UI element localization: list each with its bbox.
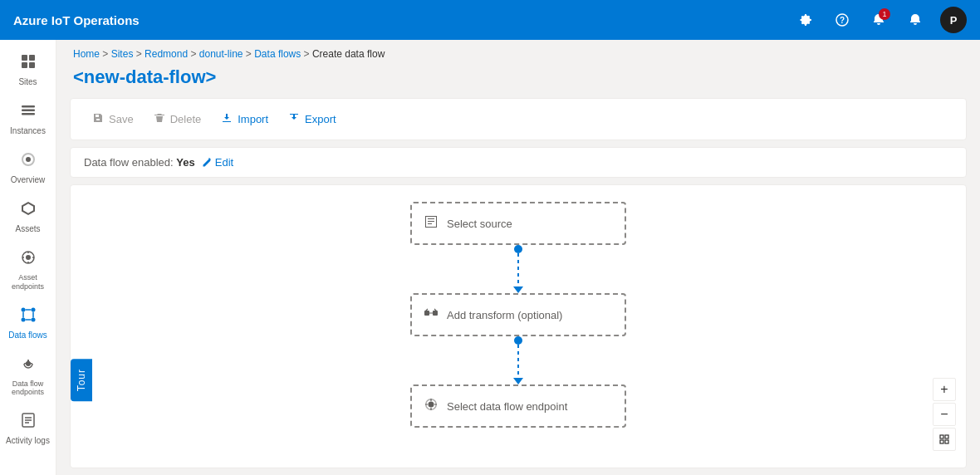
activity-logs-icon — [20, 412, 37, 433]
import-label: Import — [238, 113, 268, 125]
export-button[interactable]: Export — [280, 107, 345, 131]
sidebar-item-label: Instances — [10, 126, 46, 136]
zoom-out-button[interactable]: − — [933, 403, 956, 426]
svg-rect-7 — [22, 110, 35, 112]
settings-button[interactable] — [791, 5, 821, 35]
flow-canvas[interactable]: Tour Select source — [70, 184, 967, 468]
transform-node[interactable]: Add transform (optional) — [410, 293, 626, 336]
connector-dot-1 — [514, 245, 522, 253]
avatar-button[interactable]: P — [940, 7, 967, 33]
tour-button[interactable]: Tour — [71, 359, 92, 401]
import-button[interactable]: Import — [213, 107, 277, 131]
breadcrumb: Home > Sites > Redmond > donut-line > Da… — [56, 40, 980, 63]
source-node[interactable]: Select source — [410, 202, 626, 245]
delete-button[interactable]: Delete — [145, 107, 210, 131]
svg-point-12 — [31, 307, 35, 311]
topbar-icons: ? 1 P — [791, 5, 967, 35]
breadcrumb-data-flows[interactable]: Data flows — [254, 48, 301, 60]
edit-button[interactable]: Edit — [202, 156, 233, 169]
page-title: <new-data-flow> — [56, 63, 980, 98]
data-flow-endpoints-icon — [20, 355, 37, 376]
endpoint-node[interactable]: Select data flow endpoint — [410, 384, 626, 428]
help-button[interactable]: ? — [827, 5, 857, 35]
sidebar-item-assets[interactable]: Assets — [2, 193, 55, 241]
notification-badge: 1 — [879, 8, 890, 20]
svg-rect-22 — [940, 440, 943, 443]
overview-icon — [20, 151, 37, 172]
svg-point-14 — [31, 317, 35, 321]
breadcrumb-current: Create data flow — [312, 48, 385, 60]
svg-rect-20 — [940, 435, 943, 438]
sidebar-item-label: Assets — [15, 224, 40, 234]
flow-container: Select source Add transform (optional) — [410, 202, 626, 428]
sidebar-item-label: Sites — [18, 77, 37, 87]
svg-point-19 — [429, 402, 434, 408]
breadcrumb-redmond[interactable]: Redmond — [145, 48, 188, 60]
svg-rect-3 — [29, 55, 35, 61]
svg-point-15 — [26, 361, 31, 366]
connector-1 — [513, 245, 523, 293]
transform-label: Add transform (optional) — [447, 309, 562, 321]
sidebar-item-sites[interactable]: Sites — [2, 47, 55, 94]
sidebar-item-activity-logs[interactable]: Activity logs — [2, 405, 55, 453]
zoom-controls: + − — [933, 378, 956, 451]
status-value: Yes — [176, 156, 194, 169]
data-flows-icon — [20, 306, 37, 327]
asset-endpoints-icon — [20, 249, 37, 270]
endpoint-icon — [424, 397, 439, 415]
svg-rect-6 — [22, 105, 35, 108]
export-label: Export — [305, 113, 336, 125]
main-layout: Sites Instances Overview Assets — [0, 40, 980, 475]
arrow-2 — [513, 378, 523, 384]
svg-rect-21 — [945, 435, 948, 438]
sidebar: Sites Instances Overview Assets — [0, 40, 56, 475]
svg-text:?: ? — [840, 16, 845, 25]
source-icon — [424, 214, 439, 233]
delete-icon — [154, 112, 165, 126]
svg-rect-23 — [945, 440, 948, 443]
endpoint-label: Select data flow endpoint — [447, 400, 567, 413]
sidebar-item-instances[interactable]: Instances — [2, 95, 55, 143]
instances-icon — [20, 102, 37, 123]
sidebar-item-label: Data flow endpoints — [5, 380, 51, 398]
zoom-in-button[interactable]: + — [933, 378, 956, 401]
status-label: Data flow enabled: Yes — [84, 156, 195, 169]
topbar: Azure IoT Operations ? 1 P — [0, 0, 980, 40]
assets-icon — [20, 200, 37, 221]
sidebar-item-label: Asset endpoints — [5, 273, 51, 291]
breadcrumb-home[interactable]: Home — [73, 48, 100, 60]
save-button[interactable]: Save — [84, 107, 142, 131]
connector-dot-2 — [514, 336, 522, 345]
connector-2 — [513, 336, 523, 384]
sidebar-item-data-flows[interactable]: Data flows — [2, 300, 55, 347]
sidebar-item-overview[interactable]: Overview — [2, 144, 55, 192]
notifications-button-2[interactable] — [900, 5, 930, 35]
sidebar-item-label: Data flows — [8, 331, 47, 340]
svg-rect-2 — [22, 55, 27, 61]
sites-icon — [20, 53, 37, 74]
sidebar-item-label: Overview — [11, 175, 46, 185]
app-title: Azure IoT Operations — [13, 13, 140, 27]
zoom-reset-button[interactable] — [933, 428, 956, 451]
svg-rect-5 — [29, 62, 35, 68]
transform-icon — [424, 306, 439, 324]
import-icon — [221, 112, 233, 126]
arrow-1 — [513, 286, 523, 293]
export-icon — [288, 112, 300, 126]
svg-rect-4 — [22, 62, 27, 68]
sidebar-item-data-flow-endpoints[interactable]: Data flow endpoints — [2, 349, 55, 404]
dashed-line-1 — [517, 253, 519, 286]
svg-point-13 — [21, 317, 25, 321]
delete-label: Delete — [170, 113, 202, 125]
notifications-button-1[interactable]: 1 — [864, 5, 894, 35]
toolbar: Save Delete Import Export — [70, 98, 967, 140]
svg-rect-8 — [22, 113, 35, 115]
status-bar: Data flow enabled: Yes Edit — [70, 147, 967, 178]
breadcrumb-donut-line[interactable]: donut-line — [199, 48, 243, 60]
save-label: Save — [109, 113, 134, 125]
breadcrumb-sites[interactable]: Sites — [111, 48, 134, 60]
sidebar-item-label: Activity logs — [6, 436, 50, 446]
content-area: Home > Sites > Redmond > donut-line > Da… — [56, 40, 980, 475]
svg-point-9 — [26, 255, 31, 260]
sidebar-item-asset-endpoints[interactable]: Asset endpoints — [2, 242, 55, 298]
